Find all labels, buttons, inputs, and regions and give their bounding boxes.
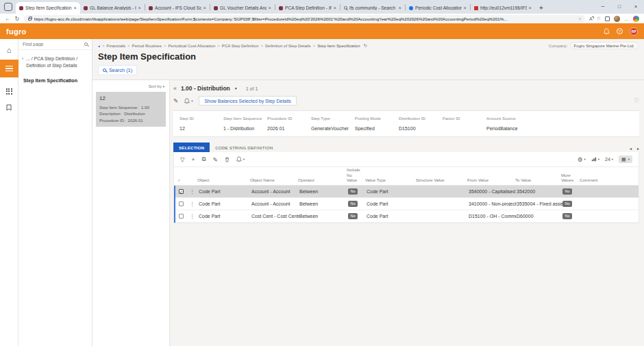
tab-code-string-definition[interactable]: CODE STRING DEFINITION <box>210 143 278 152</box>
column-header[interactable]: Operator <box>298 177 347 183</box>
add-row-icon[interactable]: + <box>192 156 195 163</box>
column-header[interactable]: Include No Value <box>347 167 363 183</box>
help-icon[interactable]: ? <box>617 28 623 34</box>
refresh-icon[interactable]: ↻ <box>364 43 367 49</box>
record-card-selected[interactable]: 12 Step Item Sequence:1.00 Description:D… <box>96 92 166 127</box>
sidebar-item-step-item-specification[interactable]: Step Item Specification <box>18 71 92 90</box>
delete-trash-icon[interactable] <box>225 157 230 162</box>
column-header[interactable]: Comment <box>580 177 639 183</box>
tabs-scroll-left-icon[interactable]: ◂ <box>630 146 632 151</box>
tabs-scroll-right-icon[interactable]: ▸ <box>637 146 639 151</box>
browser-tab[interactable]: ifs community - Search × <box>340 2 405 14</box>
read-aloud-icon[interactable]: A <box>589 16 593 21</box>
search-icon <box>103 69 106 72</box>
collapse-list-icon[interactable]: « <box>173 85 177 92</box>
find-page-input[interactable] <box>23 42 72 47</box>
browser-profile-avatar[interactable] <box>614 16 620 22</box>
url-text[interactable]: https://fugro-acc.ifs.cloud/main/ifsappl… <box>34 16 576 21</box>
column-header[interactable]: To Value <box>515 177 561 183</box>
favorite-heart-icon[interactable]: ♡ <box>634 97 639 104</box>
tab-close-icon[interactable]: × <box>529 5 532 11</box>
more-menu-icon[interactable]: … <box>624 16 629 21</box>
breadcrumb-item[interactable]: Period Routines <box>132 43 162 48</box>
table-settings-gear-icon[interactable]: ⚙▾ <box>578 156 586 163</box>
column-header[interactable]: Value Type <box>365 177 416 183</box>
user-avatar[interactable]: RP <box>630 27 638 36</box>
minimize-button[interactable]: ─ <box>595 0 611 12</box>
row-checkbox-checked[interactable]: ✓ <box>179 189 184 194</box>
tab-close-icon[interactable]: × <box>74 5 77 11</box>
tab-actions-icon[interactable] <box>4 3 12 11</box>
duplicate-icon[interactable]: ⧉ <box>202 156 206 163</box>
row-checkbox[interactable] <box>179 214 184 219</box>
row-menu-icon[interactable]: ⋮ <box>190 213 199 219</box>
edit-pencil-icon[interactable]: ✎ <box>213 156 218 163</box>
table-row[interactable]: ⋮ Code Part Account - Account Between No… <box>175 198 639 210</box>
breadcrumb-item[interactable]: Periodical Cost Allocation <box>169 43 216 48</box>
cell-operator: Between <box>299 201 348 206</box>
notify-bell-icon[interactable]: ▾ <box>236 156 245 162</box>
edit-pencil-icon[interactable]: ✎ <box>173 97 178 104</box>
chart-view-icon[interactable]: ▾ <box>591 157 599 162</box>
browser-tab-active[interactable]: Step Item Specification - IFS × <box>16 2 80 14</box>
tab-close-icon[interactable]: × <box>269 5 271 11</box>
select-all-checkbox[interactable]: ✓ <box>177 178 188 184</box>
table-view-toggle[interactable]: ▦▾ <box>619 156 632 163</box>
browser-tab[interactable]: Periodic Cost Allocation | IF × <box>406 2 470 14</box>
browser-tab[interactable]: GL Balance Analysis - IFS Cl × <box>80 2 145 14</box>
new-tab-button[interactable]: + <box>539 4 543 12</box>
card-field-value: 2026 01 <box>128 117 143 123</box>
reload-icon[interactable]: ↻ <box>15 15 20 22</box>
home-icon[interactable]: ⌂ <box>0 42 18 58</box>
apps-grid-icon[interactable] <box>0 83 18 99</box>
column-header[interactable]: Structure Value <box>416 177 467 183</box>
breadcrumb-item[interactable]: Financials <box>107 43 125 48</box>
close-window-button[interactable]: × <box>628 0 644 12</box>
column-header[interactable]: Object <box>197 177 250 183</box>
breadcrumb-item[interactable]: Definition of Step Details <box>265 43 311 48</box>
tab-close-icon[interactable]: × <box>203 5 206 11</box>
sort-by-control[interactable]: Sort by ▾ <box>96 82 166 92</box>
table-row[interactable]: ✓ ⋮ Code Part Account - Account Between … <box>175 186 639 198</box>
row-checkbox[interactable] <box>179 201 184 206</box>
notifications-bell-icon[interactable] <box>604 28 610 35</box>
browser-tab[interactable]: PCA Step Definition - IFS Cl × <box>275 2 340 14</box>
company-value[interactable]: Fugro Singapore Marine Pte Ltd. <box>570 42 639 49</box>
filter-icon[interactable]: ▽ <box>180 156 185 163</box>
show-balances-button[interactable]: Show Balances Selected by Step Details <box>199 96 296 106</box>
bookmark-icon[interactable] <box>0 99 18 116</box>
tab-title: Step Item Specification - IFS <box>25 5 72 10</box>
menu-hamburger-icon[interactable] <box>0 60 18 77</box>
browser-tab[interactable]: Account - IFS Cloud Soluti × <box>145 2 210 14</box>
browser-tab[interactable]: GL Voucher Details Analysi × <box>210 2 275 14</box>
collections-icon[interactable] <box>605 16 610 21</box>
record-dropdown-icon[interactable]: ▼ <box>234 86 238 90</box>
column-header[interactable]: More Values <box>561 173 578 183</box>
copilot-icon[interactable] <box>633 16 639 22</box>
navigator-back-link[interactable]: ‹ ... / PCA Step Definition / Definition… <box>18 50 92 71</box>
zoom-icon[interactable]: ⌕ <box>579 16 581 21</box>
tab-selection[interactable]: SELECTION <box>173 143 210 152</box>
browser-tab[interactable]: http://eu012vm1196/IFS75 × <box>471 2 535 14</box>
favorites-icon[interactable]: ☆ <box>597 16 601 21</box>
cell-to-value: 3535004 - Fixed assets ... <box>517 201 562 206</box>
address-bar[interactable]: https://fugro-acc.ifs.cloud/main/ifsappl… <box>24 15 585 23</box>
notify-bell-icon[interactable]: ▾ <box>184 98 193 104</box>
maximize-button[interactable]: □ <box>611 0 628 12</box>
page-size-selector[interactable]: 24▾ <box>605 157 613 162</box>
find-page-field[interactable] <box>18 39 92 50</box>
column-header[interactable]: From Value <box>467 177 515 183</box>
column-header[interactable]: Object Name <box>250 177 298 183</box>
cell-to-value: 3542000 <box>517 189 562 194</box>
tab-close-icon[interactable]: × <box>399 5 401 11</box>
tab-close-icon[interactable]: × <box>464 5 467 11</box>
back-icon[interactable]: ← <box>5 15 11 22</box>
breadcrumb-item[interactable]: PCA Step Definition <box>222 43 259 48</box>
tab-close-icon[interactable]: × <box>334 5 336 11</box>
search-button[interactable]: Search (1) <box>98 65 137 75</box>
breadcrumb-home-dot-icon[interactable]: ● <box>98 44 100 48</box>
tab-close-icon[interactable]: × <box>138 5 141 11</box>
row-menu-icon[interactable]: ⋮ <box>190 201 199 207</box>
row-menu-icon[interactable]: ⋮ <box>190 188 199 195</box>
table-row[interactable]: ⋮ Code Part Cost Cent - Cost Centre Betw… <box>175 210 639 223</box>
